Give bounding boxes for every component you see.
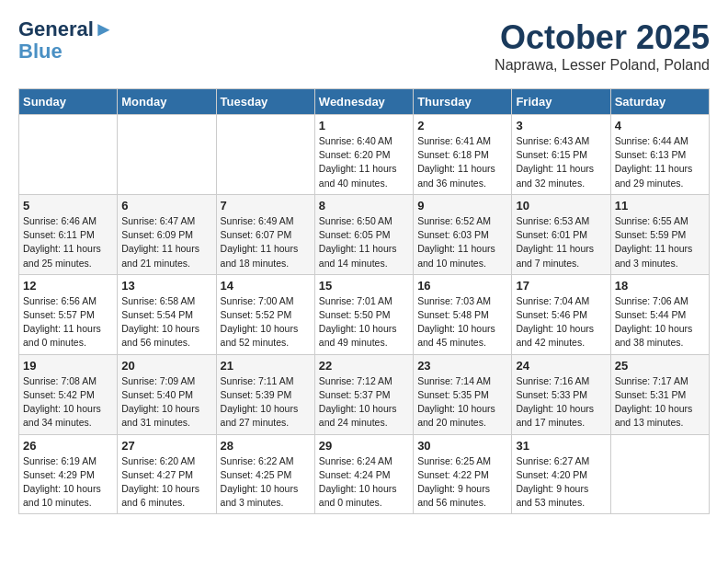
calendar-cell: 6Sunrise: 6:47 AM Sunset: 6:09 PM Daylig… (118, 194, 216, 274)
calendar-cell: 29Sunrise: 6:24 AM Sunset: 4:24 PM Dayli… (314, 434, 413, 514)
day-number: 5 (23, 199, 113, 213)
calendar-cell: 1Sunrise: 6:40 AM Sunset: 6:20 PM Daylig… (314, 115, 413, 195)
calendar-cell: 11Sunrise: 6:55 AM Sunset: 5:59 PM Dayli… (610, 194, 709, 274)
cell-content: Sunrise: 7:14 AM Sunset: 5:35 PM Dayligh… (417, 374, 507, 431)
cell-content: Sunrise: 6:24 AM Sunset: 4:24 PM Dayligh… (319, 454, 409, 511)
calendar-cell: 12Sunrise: 6:56 AM Sunset: 5:57 PM Dayli… (19, 274, 118, 354)
cell-content: Sunrise: 7:01 AM Sunset: 5:50 PM Dayligh… (319, 294, 409, 350)
week-row-2: 5Sunrise: 6:46 AM Sunset: 6:11 PM Daylig… (19, 194, 710, 274)
calendar-cell: 15Sunrise: 7:01 AM Sunset: 5:50 PM Dayli… (314, 274, 413, 354)
day-number: 25 (615, 359, 705, 373)
day-number: 15 (319, 279, 409, 293)
logo-blue: Blue (18, 40, 63, 63)
cell-content: Sunrise: 6:27 AM Sunset: 4:20 PM Dayligh… (516, 454, 606, 511)
day-number: 24 (516, 359, 606, 373)
calendar-cell: 3Sunrise: 6:43 AM Sunset: 6:15 PM Daylig… (512, 115, 610, 195)
cell-content: Sunrise: 6:49 AM Sunset: 6:07 PM Dayligh… (221, 214, 311, 270)
day-number: 14 (221, 279, 311, 293)
logo-general: General (18, 17, 94, 40)
day-number: 19 (23, 359, 113, 373)
cell-content: Sunrise: 7:08 AM Sunset: 5:42 PM Dayligh… (23, 374, 113, 431)
month-title: October 2025 (495, 18, 710, 57)
cell-content: Sunrise: 6:56 AM Sunset: 5:57 PM Dayligh… (23, 294, 113, 350)
calendar-cell: 18Sunrise: 7:06 AM Sunset: 5:44 PM Dayli… (610, 274, 709, 354)
calendar-cell: 14Sunrise: 7:00 AM Sunset: 5:52 PM Dayli… (216, 274, 314, 354)
day-number: 13 (121, 279, 211, 293)
calendar-cell: 8Sunrise: 6:50 AM Sunset: 6:05 PM Daylig… (314, 194, 413, 274)
cell-content: Sunrise: 6:44 AM Sunset: 6:13 PM Dayligh… (615, 134, 705, 190)
cell-content: Sunrise: 7:17 AM Sunset: 5:31 PM Dayligh… (615, 374, 705, 431)
location-title: Naprawa, Lesser Poland, Poland (495, 57, 710, 74)
title-block: October 2025 Naprawa, Lesser Poland, Pol… (495, 18, 710, 74)
calendar-cell: 22Sunrise: 7:12 AM Sunset: 5:37 PM Dayli… (314, 354, 413, 434)
cell-content: Sunrise: 7:11 AM Sunset: 5:39 PM Dayligh… (221, 374, 311, 431)
day-number: 31 (516, 439, 606, 453)
calendar-body: 1Sunrise: 6:40 AM Sunset: 6:20 PM Daylig… (19, 115, 710, 514)
cell-content: Sunrise: 7:03 AM Sunset: 5:48 PM Dayligh… (417, 294, 507, 350)
week-row-1: 1Sunrise: 6:40 AM Sunset: 6:20 PM Daylig… (19, 115, 710, 195)
week-row-3: 12Sunrise: 6:56 AM Sunset: 5:57 PM Dayli… (19, 274, 710, 354)
calendar-cell: 7Sunrise: 6:49 AM Sunset: 6:07 PM Daylig… (216, 194, 314, 274)
day-number: 16 (417, 279, 507, 293)
day-header-thursday: Thursday (414, 89, 512, 115)
week-row-4: 19Sunrise: 7:08 AM Sunset: 5:42 PM Dayli… (19, 354, 710, 434)
cell-content: Sunrise: 6:41 AM Sunset: 6:18 PM Dayligh… (417, 134, 507, 190)
cell-content: Sunrise: 6:19 AM Sunset: 4:29 PM Dayligh… (23, 454, 113, 511)
cell-content: Sunrise: 7:06 AM Sunset: 5:44 PM Dayligh… (615, 294, 705, 350)
calendar-cell: 13Sunrise: 6:58 AM Sunset: 5:54 PM Dayli… (118, 274, 216, 354)
calendar-cell: 28Sunrise: 6:22 AM Sunset: 4:25 PM Dayli… (216, 434, 314, 514)
day-number: 3 (516, 119, 606, 132)
calendar-cell: 2Sunrise: 6:41 AM Sunset: 6:18 PM Daylig… (414, 115, 512, 195)
day-number: 27 (121, 439, 211, 453)
calendar-cell: 4Sunrise: 6:44 AM Sunset: 6:13 PM Daylig… (610, 115, 709, 195)
day-header-sunday: Sunday (19, 89, 118, 115)
day-header-saturday: Saturday (610, 89, 709, 115)
cell-content: Sunrise: 6:50 AM Sunset: 6:05 PM Dayligh… (319, 214, 409, 270)
calendar-cell (19, 115, 118, 195)
calendar-cell: 17Sunrise: 7:04 AM Sunset: 5:46 PM Dayli… (512, 274, 610, 354)
logo: General► Blue (18, 18, 114, 63)
cell-content: Sunrise: 6:53 AM Sunset: 6:01 PM Dayligh… (516, 214, 606, 270)
cell-content: Sunrise: 6:55 AM Sunset: 5:59 PM Dayligh… (615, 214, 705, 270)
day-number: 17 (516, 279, 606, 293)
day-number: 9 (417, 199, 507, 213)
day-number: 30 (417, 439, 507, 453)
day-number: 21 (221, 359, 311, 373)
day-number: 23 (417, 359, 507, 373)
calendar-cell: 31Sunrise: 6:27 AM Sunset: 4:20 PM Dayli… (512, 434, 610, 514)
calendar-cell: 26Sunrise: 6:19 AM Sunset: 4:29 PM Dayli… (19, 434, 118, 514)
cell-content: Sunrise: 7:12 AM Sunset: 5:37 PM Dayligh… (319, 374, 409, 431)
day-number: 10 (516, 199, 606, 213)
cell-content: Sunrise: 6:46 AM Sunset: 6:11 PM Dayligh… (23, 214, 113, 270)
calendar-cell: 10Sunrise: 6:53 AM Sunset: 6:01 PM Dayli… (512, 194, 610, 274)
day-number: 4 (615, 119, 705, 132)
day-number: 6 (121, 199, 211, 213)
day-number: 1 (319, 119, 409, 132)
day-header-friday: Friday (512, 89, 610, 115)
calendar-cell (118, 115, 216, 195)
cell-content: Sunrise: 6:25 AM Sunset: 4:22 PM Dayligh… (417, 454, 507, 511)
calendar-cell: 9Sunrise: 6:52 AM Sunset: 6:03 PM Daylig… (414, 194, 512, 274)
calendar-cell (610, 434, 709, 514)
day-number: 20 (121, 359, 211, 373)
day-header-wednesday: Wednesday (314, 89, 413, 115)
calendar-header-row: SundayMondayTuesdayWednesdayThursdayFrid… (19, 89, 710, 115)
calendar-cell (216, 115, 314, 195)
day-number: 8 (319, 199, 409, 213)
cell-content: Sunrise: 7:16 AM Sunset: 5:33 PM Dayligh… (516, 374, 606, 431)
header: General► Blue October 2025 Naprawa, Less… (18, 18, 710, 74)
week-row-5: 26Sunrise: 6:19 AM Sunset: 4:29 PM Dayli… (19, 434, 710, 514)
day-number: 29 (319, 439, 409, 453)
calendar-cell: 21Sunrise: 7:11 AM Sunset: 5:39 PM Dayli… (216, 354, 314, 434)
day-number: 2 (417, 119, 507, 132)
calendar-cell: 24Sunrise: 7:16 AM Sunset: 5:33 PM Dayli… (512, 354, 610, 434)
calendar-cell: 23Sunrise: 7:14 AM Sunset: 5:35 PM Dayli… (414, 354, 512, 434)
day-header-monday: Monday (118, 89, 216, 115)
cell-content: Sunrise: 6:22 AM Sunset: 4:25 PM Dayligh… (221, 454, 311, 511)
day-number: 18 (615, 279, 705, 293)
calendar-cell: 20Sunrise: 7:09 AM Sunset: 5:40 PM Dayli… (118, 354, 216, 434)
day-header-tuesday: Tuesday (216, 89, 314, 115)
calendar-cell: 19Sunrise: 7:08 AM Sunset: 5:42 PM Dayli… (19, 354, 118, 434)
day-number: 12 (23, 279, 113, 293)
day-number: 28 (221, 439, 311, 453)
